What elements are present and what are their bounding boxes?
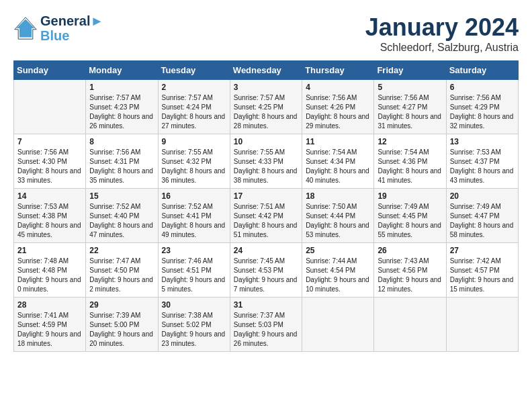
header-tuesday: Tuesday xyxy=(158,61,230,80)
sunrise-text: Sunrise: 7:57 AM xyxy=(162,94,213,101)
date-number: 18 xyxy=(306,191,370,201)
daylight-text: Daylight: 8 hours and 47 minutes. xyxy=(89,222,153,238)
sunset-text: Sunset: 4:24 PM xyxy=(162,103,212,111)
daylight-text: Daylight: 8 hours and 41 minutes. xyxy=(378,167,441,184)
date-number: 11 xyxy=(306,137,370,146)
cell-info: Sunrise: 7:56 AMSunset: 4:31 PMDaylight:… xyxy=(89,148,154,185)
calendar-cell xyxy=(374,298,446,352)
date-number: 5 xyxy=(378,83,442,92)
sunset-text: Sunset: 4:45 PM xyxy=(378,212,427,220)
daylight-text: Daylight: 8 hours and 26 minutes. xyxy=(89,113,153,130)
calendar-cell: 4Sunrise: 7:56 AMSunset: 4:26 PMDaylight… xyxy=(302,80,374,134)
cell-info: Sunrise: 7:50 AMSunset: 4:44 PMDaylight:… xyxy=(306,202,370,240)
cell-info: Sunrise: 7:56 AMSunset: 4:30 PMDaylight:… xyxy=(17,148,82,185)
sunset-text: Sunset: 4:36 PM xyxy=(378,158,427,165)
sunset-text: Sunset: 4:29 PM xyxy=(450,103,500,111)
daylight-text: Daylight: 9 hours and 5 minutes. xyxy=(162,276,226,293)
cell-info: Sunrise: 7:42 AMSunset: 4:57 PMDaylight:… xyxy=(450,257,515,294)
calendar-header-row: Sunday Monday Tuesday Wednesday Thursday… xyxy=(14,61,519,80)
date-number: 19 xyxy=(378,191,442,201)
daylight-text: Daylight: 9 hours and 7 minutes. xyxy=(234,276,298,293)
sunset-text: Sunset: 4:42 PM xyxy=(234,212,283,220)
calendar-cell: 14Sunrise: 7:53 AMSunset: 4:38 PMDayligh… xyxy=(14,189,86,243)
cell-info: Sunrise: 7:41 AMSunset: 4:59 PMDaylight:… xyxy=(17,311,82,349)
cell-info: Sunrise: 7:55 AMSunset: 4:33 PMDaylight:… xyxy=(234,148,298,185)
cell-info: Sunrise: 7:43 AMSunset: 4:56 PMDaylight:… xyxy=(378,257,442,294)
date-number: 26 xyxy=(378,246,442,255)
calendar-cell: 9Sunrise: 7:55 AMSunset: 4:32 PMDaylight… xyxy=(158,134,230,189)
logo-icon xyxy=(13,16,38,40)
cell-info: Sunrise: 7:54 AMSunset: 4:36 PMDaylight:… xyxy=(378,148,442,185)
sunset-text: Sunset: 4:31 PM xyxy=(89,158,139,165)
sunrise-text: Sunrise: 7:48 AM xyxy=(17,257,69,265)
date-number: 15 xyxy=(89,191,154,201)
date-number: 8 xyxy=(89,137,154,146)
date-number: 6 xyxy=(450,83,515,92)
date-number: 22 xyxy=(89,246,154,255)
date-number: 27 xyxy=(450,246,515,255)
date-number: 4 xyxy=(306,83,370,92)
date-number: 16 xyxy=(162,191,226,201)
calendar-cell: 15Sunrise: 7:52 AMSunset: 4:40 PMDayligh… xyxy=(86,189,158,243)
sunset-text: Sunset: 5:00 PM xyxy=(89,321,139,328)
sunrise-text: Sunrise: 7:52 AM xyxy=(162,203,213,210)
sunset-text: Sunset: 4:30 PM xyxy=(17,158,67,165)
calendar-cell: 12Sunrise: 7:54 AMSunset: 4:36 PMDayligh… xyxy=(374,134,446,189)
cell-info: Sunrise: 7:37 AMSunset: 5:03 PMDaylight:… xyxy=(234,311,298,349)
sunrise-text: Sunrise: 7:46 AM xyxy=(162,257,213,265)
sunset-text: Sunset: 4:51 PM xyxy=(162,267,212,274)
sunset-text: Sunset: 4:54 PM xyxy=(306,267,355,274)
calendar-title: January 2024 xyxy=(365,13,519,42)
sunrise-text: Sunrise: 7:39 AM xyxy=(89,312,140,319)
date-number: 2 xyxy=(162,83,226,92)
date-number: 25 xyxy=(306,246,370,255)
cell-info: Sunrise: 7:57 AMSunset: 4:25 PMDaylight:… xyxy=(234,93,298,131)
cell-info: Sunrise: 7:51 AMSunset: 4:42 PMDaylight:… xyxy=(234,202,298,240)
daylight-text: Daylight: 8 hours and 28 minutes. xyxy=(234,113,298,130)
sunset-text: Sunset: 4:50 PM xyxy=(89,267,139,274)
calendar-cell: 29Sunrise: 7:39 AMSunset: 5:00 PMDayligh… xyxy=(86,298,158,352)
header-saturday: Saturday xyxy=(446,61,518,80)
cell-info: Sunrise: 7:53 AMSunset: 4:37 PMDaylight:… xyxy=(450,148,515,185)
date-number: 20 xyxy=(450,191,515,201)
header-thursday: Thursday xyxy=(302,61,374,80)
sunrise-text: Sunrise: 7:38 AM xyxy=(162,312,213,319)
date-number: 10 xyxy=(234,137,298,146)
daylight-text: Daylight: 8 hours and 33 minutes. xyxy=(17,167,81,184)
cell-info: Sunrise: 7:55 AMSunset: 4:32 PMDaylight:… xyxy=(162,148,226,185)
calendar-cell: 5Sunrise: 7:56 AMSunset: 4:27 PMDaylight… xyxy=(374,80,446,134)
daylight-text: Daylight: 9 hours and 26 minutes. xyxy=(234,330,298,347)
cell-info: Sunrise: 7:52 AMSunset: 4:41 PMDaylight:… xyxy=(162,202,226,240)
calendar-cell: 1Sunrise: 7:57 AMSunset: 4:23 PMDaylight… xyxy=(86,80,158,134)
daylight-text: Daylight: 9 hours and 2 minutes. xyxy=(89,276,153,293)
date-number: 13 xyxy=(450,137,515,146)
daylight-text: Daylight: 8 hours and 38 minutes. xyxy=(234,167,298,184)
sunset-text: Sunset: 4:53 PM xyxy=(234,267,283,274)
date-number: 29 xyxy=(89,300,154,310)
sunrise-text: Sunrise: 7:56 AM xyxy=(450,94,501,101)
cell-info: Sunrise: 7:54 AMSunset: 4:34 PMDaylight:… xyxy=(306,148,370,185)
sunrise-text: Sunrise: 7:56 AM xyxy=(306,94,357,101)
sunrise-text: Sunrise: 7:54 AM xyxy=(378,148,429,156)
page-header: General► Blue January 2024 Schleedorf, S… xyxy=(13,13,519,54)
calendar-cell: 18Sunrise: 7:50 AMSunset: 4:44 PMDayligh… xyxy=(302,189,374,243)
sunrise-text: Sunrise: 7:49 AM xyxy=(378,203,429,210)
cell-info: Sunrise: 7:39 AMSunset: 5:00 PMDaylight:… xyxy=(89,311,154,349)
header-wednesday: Wednesday xyxy=(230,61,302,80)
cell-info: Sunrise: 7:47 AMSunset: 4:50 PMDaylight:… xyxy=(89,257,154,294)
daylight-text: Daylight: 8 hours and 51 minutes. xyxy=(234,222,298,238)
cell-info: Sunrise: 7:57 AMSunset: 4:24 PMDaylight:… xyxy=(162,93,226,131)
calendar-cell: 24Sunrise: 7:45 AMSunset: 4:53 PMDayligh… xyxy=(230,243,302,298)
date-number: 12 xyxy=(378,137,442,146)
daylight-text: Daylight: 8 hours and 40 minutes. xyxy=(306,167,369,184)
sunrise-text: Sunrise: 7:55 AM xyxy=(234,148,285,156)
sunrise-text: Sunrise: 7:57 AM xyxy=(234,94,285,101)
daylight-text: Daylight: 8 hours and 53 minutes. xyxy=(306,222,369,238)
daylight-text: Daylight: 9 hours and 0 minutes. xyxy=(17,276,81,293)
cell-info: Sunrise: 7:46 AMSunset: 4:51 PMDaylight:… xyxy=(162,257,226,294)
sunset-text: Sunset: 4:26 PM xyxy=(306,103,355,111)
calendar-cell: 3Sunrise: 7:57 AMSunset: 4:25 PMDaylight… xyxy=(230,80,302,134)
sunrise-text: Sunrise: 7:50 AM xyxy=(306,203,357,210)
header-sunday: Sunday xyxy=(14,61,86,80)
logo-text: General► Blue xyxy=(40,13,103,43)
